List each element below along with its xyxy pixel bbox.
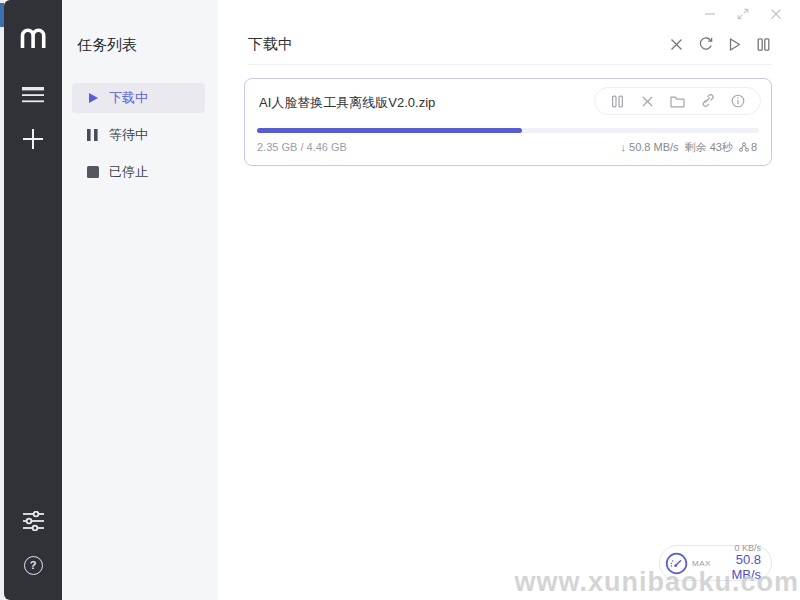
play-icon — [86, 92, 99, 105]
sidebar-item-label: 下载中 — [109, 89, 148, 107]
pause-icon — [86, 129, 99, 142]
download-speed: 50.8 MB/s — [711, 553, 761, 583]
info-icon[interactable] — [730, 94, 745, 109]
remaining-time-text: 剩余 43秒 — [685, 140, 733, 155]
main-area: 下载中 AI人脸替换工具离线版V2.0 — [218, 0, 800, 600]
sidebar-item-stopped[interactable]: 已停止 — [72, 157, 205, 187]
resume-all-icon[interactable] — [726, 36, 743, 53]
task-list-panel: 任务列表 下载中 等待中 已停止 — [62, 0, 218, 600]
app-rail: ? — [4, 0, 62, 600]
page-title: 下载中 — [248, 35, 293, 54]
max-label: MAX — [692, 559, 711, 568]
sidebar-item-downloading[interactable]: 下载中 — [72, 83, 205, 113]
download-task-card[interactable]: AI人脸替换工具离线版V2.0.zip — [244, 78, 772, 166]
task-filename: AI人脸替换工具离线版V2.0.zip — [259, 94, 435, 112]
sidebar-item-waiting[interactable]: 等待中 — [72, 120, 205, 150]
task-action-pill — [594, 87, 761, 115]
close-icon[interactable] — [769, 8, 782, 21]
sidebar-item-label: 已停止 — [109, 163, 148, 181]
header-divider — [248, 64, 772, 65]
pause-all-icon[interactable] — [755, 36, 772, 53]
refresh-icon[interactable] — [697, 36, 714, 53]
help-glyph: ? — [24, 556, 43, 575]
pause-task-icon[interactable] — [610, 94, 625, 109]
delete-task-icon[interactable] — [668, 36, 685, 53]
task-list-icon[interactable] — [18, 80, 48, 110]
size-progress-text: 2.35 GB / 4.46 GB — [257, 141, 347, 153]
window-controls — [670, 0, 800, 28]
speed-widget[interactable]: MAX 0 KB/s 50.8 MB/s — [659, 545, 772, 581]
peers-count: 8 — [751, 141, 757, 153]
minimize-icon[interactable] — [703, 8, 716, 21]
sidebar-item-label: 等待中 — [109, 126, 148, 144]
delete-icon[interactable] — [640, 94, 655, 109]
preferences-icon[interactable] — [18, 506, 48, 536]
folder-icon[interactable] — [670, 94, 685, 109]
panel-title: 任务列表 — [62, 0, 218, 55]
link-icon[interactable] — [700, 94, 715, 109]
download-speed-text: ↓ 50.8 MB/s — [621, 141, 679, 153]
restore-icon[interactable] — [736, 8, 749, 21]
motrix-logo — [18, 26, 48, 54]
peers-icon — [739, 142, 749, 152]
add-task-icon[interactable] — [18, 124, 48, 154]
speedometer-icon — [665, 550, 688, 577]
stop-icon — [86, 166, 99, 179]
progress-fill — [257, 128, 522, 133]
help-icon[interactable]: ? — [18, 550, 48, 580]
progress-bar — [257, 128, 759, 133]
